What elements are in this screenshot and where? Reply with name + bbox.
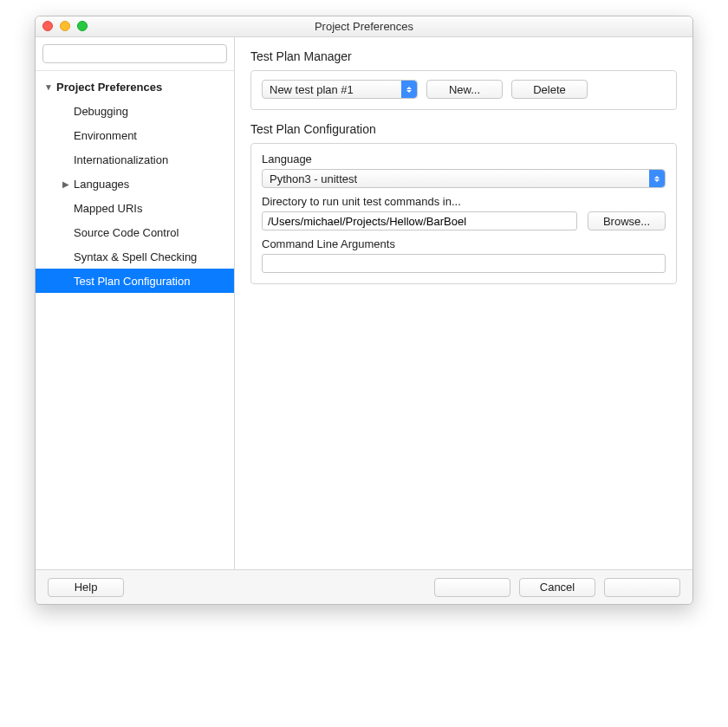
sidebar-item-internationalization[interactable]: Internationalization — [36, 147, 234, 172]
new-test-plan-button[interactable]: New... — [426, 80, 503, 99]
sidebar-item-languages[interactable]: ▶ Languages — [36, 172, 234, 196]
window-body: ▼ Project Preferences Debugging Environm… — [36, 37, 692, 569]
sidebar-item-label: Languages — [74, 178, 129, 191]
minimize-icon[interactable] — [60, 21, 70, 31]
sidebar-item-label: Environment — [74, 129, 137, 142]
zoom-icon[interactable] — [77, 21, 88, 31]
window-controls — [42, 21, 88, 31]
new-button-label: New... — [449, 83, 480, 96]
sidebar-item-debugging[interactable]: Debugging — [36, 99, 234, 123]
directory-label: Directory to run unit test commands in..… — [262, 195, 666, 208]
browse-button-label: Browse... — [603, 215, 650, 228]
cancel-button[interactable]: Cancel — [519, 578, 595, 597]
chevron-down-icon: ▼ — [44, 82, 53, 92]
preference-tree: ▼ Project Preferences Debugging Environm… — [36, 71, 234, 569]
delete-button-label: Delete — [533, 83, 566, 96]
sidebar-item-environment[interactable]: Environment — [36, 123, 234, 147]
browse-button[interactable]: Browse... — [588, 211, 666, 230]
titlebar: Project Preferences — [36, 16, 692, 37]
sidebar-item-label: Mapped URIs — [74, 202, 142, 215]
dropdown-caret-icon — [401, 81, 417, 98]
footer-button-1[interactable] — [434, 578, 510, 597]
sidebar-item-test-plan-configuration[interactable]: Test Plan Configuration — [36, 269, 234, 293]
chevron-right-icon: ▶ — [62, 179, 70, 189]
test-plan-manager-group: New test plan #1 New... Delete — [250, 70, 677, 110]
tree-root-label: Project Preferences — [56, 81, 162, 94]
test-plan-select[interactable]: New test plan #1 — [262, 80, 418, 99]
test-plan-manager-title: Test Plan Manager — [250, 49, 677, 63]
test-plan-select-value: New test plan #1 — [270, 83, 354, 96]
language-select-value: Python3 - unittest — [270, 172, 357, 185]
search-input[interactable] — [42, 44, 227, 63]
sidebar-item-label: Syntax & Spell Checking — [74, 250, 197, 263]
sidebar-item-label: Debugging — [74, 105, 128, 118]
language-label: Language — [262, 153, 666, 166]
help-button-label: Help — [75, 581, 98, 594]
sidebar-item-mapped-uris[interactable]: Mapped URIs — [36, 196, 234, 220]
help-button[interactable]: Help — [48, 578, 124, 597]
main-panel: Test Plan Manager New test plan #1 New..… — [235, 37, 692, 569]
search-wrap — [36, 37, 234, 71]
sidebar-item-syntax-spell-checking[interactable]: Syntax & Spell Checking — [36, 244, 234, 269]
args-input[interactable] — [262, 254, 666, 273]
test-plan-config-group: Language Python3 - unittest Directory to… — [250, 143, 677, 284]
footer-button-2[interactable] — [604, 578, 680, 597]
sidebar: ▼ Project Preferences Debugging Environm… — [36, 37, 235, 569]
cancel-button-label: Cancel — [540, 581, 575, 594]
sidebar-item-label: Internationalization — [74, 153, 168, 166]
tree-root-project-preferences[interactable]: ▼ Project Preferences — [36, 75, 234, 99]
window-title: Project Preferences — [36, 20, 692, 33]
test-plan-config-title: Test Plan Configuration — [250, 122, 677, 136]
directory-input[interactable] — [262, 211, 577, 230]
language-select[interactable]: Python3 - unittest — [262, 169, 666, 188]
close-icon[interactable] — [42, 21, 53, 31]
sidebar-item-label: Test Plan Configuration — [74, 275, 190, 288]
sidebar-item-label: Source Code Control — [74, 226, 179, 239]
dropdown-caret-icon — [649, 170, 665, 187]
preferences-window: Project Preferences ▼ Project Preference… — [35, 16, 693, 605]
delete-test-plan-button[interactable]: Delete — [511, 80, 588, 99]
footer-bar: Help Cancel — [36, 569, 692, 604]
sidebar-item-source-code-control[interactable]: Source Code Control — [36, 220, 234, 244]
args-label: Command Line Arguments — [262, 237, 666, 250]
